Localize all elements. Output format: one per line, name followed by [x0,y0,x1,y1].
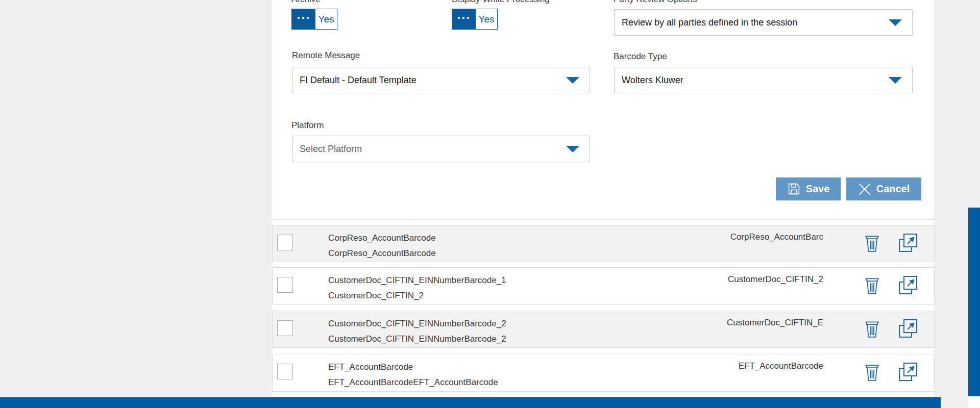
chevron-down-icon [889,77,902,84]
cancel-button[interactable]: Cancel [846,177,921,200]
chevron-down-icon [566,77,579,84]
toggle-handle-icon[interactable]: ··· [452,9,476,29]
trash-icon [864,363,880,382]
barcode-type-value: Wolters Kluwer [622,75,683,86]
trash-icon [864,276,880,295]
barcode-name-cell: CustomerDoc_CIFTIN_EINNumberBarcode_2 Cu… [328,316,506,347]
left-margin [0,0,273,408]
section-divider [272,219,935,220]
remote-message-value: FI Default - Default Template [300,75,416,86]
open-in-new-icon [897,274,919,296]
open-button[interactable] [897,232,919,255]
barcode-description: CorpReso_AccountBarcode [328,246,436,261]
archive-label: Archive [291,0,321,5]
bottom-bar [0,397,941,408]
barcode-description: CustomerDoc_CIFTIN_2 [328,288,506,303]
party-review-options-label: Party Review Options [614,0,697,5]
trash-icon [864,319,880,339]
table-row: CorpReso_AccountBarcode CorpReso_Account… [272,225,935,262]
open-button[interactable] [897,318,919,341]
remote-message-label: Remote Message [292,50,360,61]
trash-icon [864,234,880,253]
archive-toggle[interactable]: ··· Yes [291,9,337,30]
barcode-type-cell: EFT_AccountBarcode [739,361,823,371]
platform-placeholder: Select Platform [300,144,362,155]
delete-button[interactable] [864,363,880,384]
delete-button[interactable] [864,234,880,254]
scrollbar-track [968,396,980,408]
barcode-description: CustomerDoc_CIFTIN_EINNumberBarcode_2 [328,332,506,347]
save-button[interactable]: Save [776,177,841,200]
toggle-handle-icon[interactable]: ··· [292,9,315,29]
save-button-label: Save [806,183,830,195]
delete-button[interactable] [864,276,880,297]
barcode-name: CustomerDoc_CIFTIN_EINNumberBarcode_1 [328,273,506,288]
display-while-processing-toggle[interactable]: ··· Yes [452,9,498,30]
cancel-x-icon [858,183,871,196]
barcode-name: CustomerDoc_CIFTIN_EINNumberBarcode_2 [328,316,506,332]
barcode-name: CorpReso_AccountBarcode [328,231,436,246]
chevron-down-icon [889,19,902,26]
cancel-button-label: Cancel [876,183,910,195]
party-review-options-dropdown[interactable]: Review by all parties defined in the ses… [614,9,913,36]
row-checkbox[interactable] [277,235,293,250]
barcode-type-cell: CustomerDoc_CIFTIN_2 [728,274,823,285]
open-in-new-icon [897,318,919,339]
remote-message-dropdown[interactable]: FI Default - Default Template [292,67,590,93]
display-while-processing-toggle-value: Yes [476,9,497,29]
save-floppy-icon [787,182,801,196]
table-row: EFT_AccountBarcode EFT_AccountBarcodeEFT… [272,354,935,392]
barcode-description: EFT_AccountBarcodeEFT_AccountBarcode [328,375,498,390]
scrollbar-thumb[interactable] [968,208,980,396]
row-checkbox[interactable] [277,364,293,379]
open-in-new-icon [897,232,919,253]
display-while-processing-label: Display While Processing [452,0,550,5]
open-button[interactable] [897,274,919,297]
barcode-type-cell: CustomerDoc_CIFTIN_E [727,318,823,328]
row-checkbox[interactable] [277,320,293,336]
barcode-type-label: Barcode Type [614,52,667,62]
delete-button[interactable] [864,319,880,340]
open-in-new-icon [897,361,919,382]
archive-toggle-value: Yes [315,9,337,29]
barcode-name-cell: EFT_AccountBarcode EFT_AccountBarcodeEFT… [328,360,498,390]
open-button[interactable] [897,361,919,384]
page: Archive Display While Processing Party R… [0,0,980,408]
chevron-down-icon [566,146,579,152]
table-row: CustomerDoc_CIFTIN_EINNumberBarcode_2 Cu… [272,311,935,348]
row-checkbox[interactable] [277,277,293,293]
table-row: CustomerDoc_CIFTIN_EINNumberBarcode_1 Cu… [272,267,935,304]
platform-label: Platform [291,120,324,131]
barcode-name-cell: CorpReso_AccountBarcode CorpReso_Account… [328,231,436,261]
platform-dropdown[interactable]: Select Platform [292,136,590,162]
party-review-options-value: Review by all parties defined in the ses… [622,17,797,28]
barcode-name: EFT_AccountBarcode [328,360,498,375]
barcode-type-dropdown[interactable]: Wolters Kluwer [614,67,913,93]
barcode-name-cell: CustomerDoc_CIFTIN_EINNumberBarcode_1 Cu… [328,273,506,303]
barcode-type-cell: CorpReso_AccountBarc [730,232,823,242]
